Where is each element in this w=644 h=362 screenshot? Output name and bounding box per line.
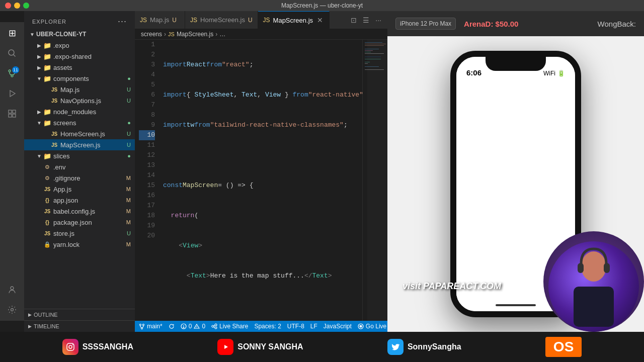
node-modules-folder-icon: 📁: [43, 108, 51, 116]
code-line-3: import tw from "tailwind-react-native-cl…: [163, 120, 362, 130]
sidebar-item-yarnlock[interactable]: 🔒 yarn.lock M: [24, 239, 135, 250]
sidebar-item-expo[interactable]: ▶ 📁 .expo: [24, 40, 135, 51]
mapjs-badge: U: [127, 86, 131, 93]
live-share-label: Live Share: [219, 323, 248, 330]
visit-overlay: visit PAPAREACT.COM: [403, 281, 501, 292]
activity-settings-icon[interactable]: [5, 303, 19, 317]
spaces-label: Spaces: 2: [254, 323, 281, 330]
sidebar-item-mapjs[interactable]: JS Map.js U: [24, 84, 135, 95]
svg-point-0: [9, 50, 14, 55]
activity-files-icon[interactable]: ⊞: [5, 26, 19, 40]
expo-shared-arrow: ▶: [35, 52, 43, 60]
branch-name: main*: [147, 323, 163, 330]
outline-header[interactable]: ▶ OUTLINE: [24, 309, 135, 320]
code-line-5: const MapScreen = () => {: [163, 180, 362, 191]
go-live-status[interactable]: Go Live: [358, 323, 386, 330]
line-ending-status[interactable]: LF: [310, 323, 317, 330]
activity-source-control-icon[interactable]: 11: [5, 66, 19, 80]
breadcrumb-screens[interactable]: screens: [141, 31, 162, 38]
svg-point-10: [11, 287, 14, 290]
tab-mapscreenjs[interactable]: JS MapScreen.js ✕: [258, 11, 330, 29]
activity-account-icon[interactable]: [5, 283, 19, 297]
social-bar: SSSSANGHA SONNY SANGHA SonnySangha OS: [0, 332, 644, 362]
svg-point-2: [9, 70, 11, 72]
navoptionsjs-badge: U: [127, 98, 131, 104]
navoptionsjs-icon: JS: [50, 97, 58, 105]
sidebar-item-screens[interactable]: ▼ 📁 screens ●: [24, 117, 135, 128]
env-icon: ⚙: [43, 163, 51, 171]
encoding-status[interactable]: UTF-8: [287, 323, 304, 330]
timeline-label: TIMELINE: [34, 323, 59, 329]
sync-status[interactable]: [169, 323, 175, 329]
branch-icon: [139, 323, 145, 329]
youtube-handle: SONNY SANGHA: [237, 342, 303, 351]
sidebar-item-slices[interactable]: ▼ 📁 slices ●: [24, 150, 135, 161]
explorer-more-icon[interactable]: ···: [118, 16, 127, 27]
tab-mapjs[interactable]: JS Map.js U: [135, 11, 185, 29]
errors-status[interactable]: 0 0: [181, 323, 205, 330]
warning-icon: [194, 323, 200, 329]
code-line-4: [163, 150, 362, 160]
sidebar-item-appjson[interactable]: {} app.json M: [24, 195, 135, 206]
language-status[interactable]: JavaScript: [324, 323, 352, 330]
code-editor[interactable]: 1 2 3 4 5 6 7 8 9 10 11 12 13: [135, 40, 362, 321]
sidebar-item-env[interactable]: ⚙ .env: [24, 161, 135, 172]
activity-search-icon[interactable]: [5, 46, 19, 60]
mapscreenjs-tab-label: MapScreen.js: [273, 17, 313, 24]
editor-main: JS Map.js U JS HomeScreen.js U JS MapScr…: [135, 11, 387, 332]
sidebar-item-expo-shared[interactable]: ▶ 📁 .expo-shared: [24, 51, 135, 62]
split-editor-icon[interactable]: ⊡: [349, 15, 359, 25]
toggle-sidebar-icon[interactable]: ☰: [361, 15, 371, 25]
device-selector[interactable]: iPhone 12 Pro Max: [395, 18, 456, 30]
sidebar-item-mapscreenjs[interactable]: JS MapScreen.js U: [24, 139, 135, 150]
screens-badge: ●: [127, 120, 131, 126]
activity-extensions-icon[interactable]: [5, 107, 19, 121]
branch-status[interactable]: main*: [139, 323, 163, 330]
sidebar-item-components[interactable]: ▼ 📁 components ●: [24, 73, 135, 84]
battery-icon: 🔋: [557, 70, 565, 77]
spaces-status[interactable]: Spaces: 2: [254, 323, 281, 330]
sidebar-item-navoptionsjs[interactable]: JS NavOptions.js U: [24, 95, 135, 106]
wifi-icon: WiFi: [543, 70, 555, 77]
svg-rect-21: [365, 62, 370, 62]
storejs-badge: U: [127, 230, 131, 236]
sidebar-root-folder[interactable]: ▼ UBER-CLONE-YT: [24, 29, 135, 40]
svg-rect-43: [604, 263, 610, 273]
sidebar-item-packagejson[interactable]: {} package.json M: [24, 217, 135, 228]
close-button[interactable]: [5, 3, 11, 9]
homescreenjs-icon: JS: [50, 130, 58, 138]
line-ending-label: LF: [310, 323, 317, 330]
more-actions-icon[interactable]: ···: [373, 15, 383, 25]
timeline-header[interactable]: ▶ TIMELINE: [24, 321, 135, 332]
sidebar-item-gitignore[interactable]: ⚙ .gitignore M: [24, 172, 135, 184]
packagejson-icon: {}: [43, 218, 51, 226]
maximize-button[interactable]: [23, 3, 29, 9]
minimize-button[interactable]: [14, 3, 20, 9]
svg-point-40: [581, 251, 606, 282]
streamer-avatar: [543, 231, 644, 332]
svg-rect-6: [9, 110, 12, 113]
mapjs-tab-label: Map.js: [150, 16, 169, 24]
svg-line-1: [14, 55, 16, 57]
tab-homescreenjs[interactable]: JS HomeScreen.js U: [185, 11, 258, 29]
appjs-icon: JS: [43, 185, 51, 193]
sidebar-item-appjs[interactable]: JS App.js M: [24, 184, 135, 195]
sidebar-item-homescreenjs[interactable]: JS HomeScreen.js U: [24, 128, 135, 139]
slices-arrow: ▼: [35, 152, 43, 160]
node-modules-arrow: ▶: [35, 108, 43, 116]
activity-debug-icon[interactable]: [5, 86, 19, 101]
sidebar-item-babelconfig[interactable]: JS babel.config.js M: [24, 206, 135, 217]
mapscreenjs-tab-close[interactable]: ✕: [316, 16, 324, 24]
error-icon: [181, 323, 187, 329]
breadcrumb-mapscreenjs[interactable]: MapScreen.js: [177, 31, 213, 38]
title-bar: MapScreen.js — uber-clone-yt: [0, 0, 644, 11]
svg-rect-9: [13, 114, 16, 117]
screens-arrow: ▼: [35, 119, 43, 127]
sidebar-item-storejs[interactable]: JS store.js U: [24, 228, 135, 239]
sidebar-item-node-modules[interactable]: ▶ 📁 node_modules: [24, 106, 135, 117]
breadcrumb-ellipsis[interactable]: …: [219, 31, 225, 38]
code-line-9: [163, 301, 362, 311]
sidebar-item-assets[interactable]: ▶ 📁 assets: [24, 62, 135, 73]
go-live-label: Go Live: [366, 323, 386, 330]
live-share-status[interactable]: Live Share: [211, 323, 248, 330]
